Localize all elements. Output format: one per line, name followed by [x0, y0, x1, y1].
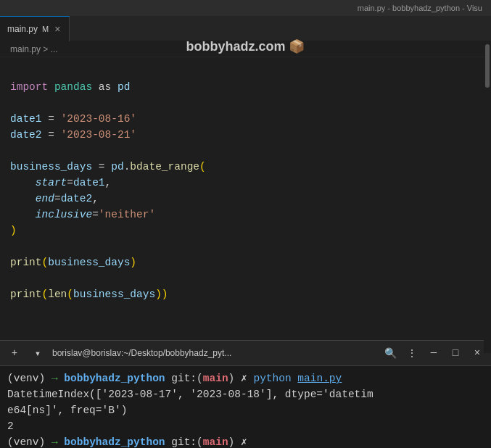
- plus-icon: +: [12, 347, 17, 359]
- t-arrow1: →: [51, 373, 64, 384]
- t-git1-close: ): [228, 373, 235, 384]
- code-line-inclusive: inclusive='neither': [10, 207, 491, 223]
- t-x2: ✗: [234, 436, 247, 448]
- tab-bar: main.py M ×: [0, 16, 491, 41]
- var-date1: date1: [10, 113, 42, 125]
- close-paren1: ): [10, 225, 17, 236]
- maximize-icon: □: [453, 347, 458, 359]
- comma1: ,: [105, 177, 112, 188]
- code-line-start: start=date1,: [10, 175, 491, 191]
- editor-tab[interactable]: main.py M ×: [0, 16, 70, 41]
- search-icon: 🔍: [384, 347, 397, 360]
- func-print1: print: [10, 257, 42, 268]
- arg-business-days2: business_days: [73, 289, 155, 300]
- param-start: start: [36, 177, 67, 188]
- func-bdate-range: bdate_range: [130, 161, 199, 173]
- t-arrow2: →: [51, 436, 64, 448]
- param-end: end: [36, 193, 54, 204]
- tab-close-button[interactable]: ×: [53, 23, 62, 35]
- t-file: main.py: [297, 373, 342, 384]
- t-branch1: main: [203, 373, 228, 384]
- str-date1: '2023-08-16': [61, 113, 136, 125]
- code-line-date2: date2 = '2023-08-21': [10, 127, 491, 143]
- paren-print2-open: (: [42, 289, 49, 300]
- op-eq1: =: [42, 113, 61, 125]
- t-prompt2: (venv): [7, 436, 51, 448]
- code-line-print1: print(business_days): [10, 254, 491, 270]
- code-line-1: [10, 63, 491, 79]
- t-cmd: python: [253, 373, 297, 384]
- tab-modified-indicator: M: [42, 25, 49, 33]
- str-date2: '2023-08-21': [61, 129, 136, 141]
- terminal-line-2: DatetimeIndex(['2023-08-17', '2023-08-18…: [7, 386, 484, 402]
- terminal-add-button[interactable]: +: [6, 344, 23, 362]
- terminal-title: borislav@borislav:~/Desktop/bobbyhadz_py…: [52, 348, 376, 358]
- dropdown-icon: ▾: [35, 347, 41, 360]
- close-icon: ×: [474, 347, 480, 359]
- code-line-print2: print(len(business_days)): [10, 286, 491, 302]
- val-date2: date2: [61, 193, 93, 204]
- code-line-end: end=date2,: [10, 191, 491, 207]
- editor-scrollbar[interactable]: [484, 41, 491, 353]
- title-bar: main.py - bobbyhadz_python - Visu: [0, 0, 491, 16]
- t-git2: git:(: [171, 436, 203, 448]
- terminal-more-button[interactable]: ⋮: [404, 345, 420, 361]
- terminal-line-3: e64[ns]', freq='B'): [7, 402, 484, 418]
- str-neither: 'neither': [99, 209, 155, 220]
- t-output-2: e64[ns]', freq='B'): [7, 405, 127, 416]
- terminal-line-5: (venv) → bobbyhadz_python git:(main) ✗: [7, 434, 484, 448]
- paren-len-open: (: [67, 289, 73, 300]
- t-dir1: bobbyhadz_python: [64, 373, 171, 384]
- code-line-12: [10, 238, 491, 254]
- t-branch2: main: [203, 436, 228, 448]
- terminal-line-1: (venv) → bobbyhadz_python git:(main) ✗ p…: [7, 370, 484, 386]
- code-line-6: [10, 143, 491, 159]
- breadcrumb: main.py > ...: [0, 41, 491, 57]
- t-x1: ✗: [234, 373, 253, 384]
- minimize-icon: ─: [431, 347, 437, 359]
- var-date2: date2: [10, 129, 42, 141]
- terminal-content: (venv) → bobbyhadz_python git:(main) ✗ p…: [0, 366, 491, 448]
- paren-print1-close: ): [130, 257, 136, 268]
- terminal-close-button[interactable]: ×: [469, 345, 485, 361]
- code-line-14: [10, 270, 491, 286]
- title-bar-text: main.py - bobbyhadz_python - Visu: [358, 4, 482, 12]
- breadcrumb-text: main.py > ...: [10, 44, 58, 54]
- terminal-line-4: 2: [7, 418, 484, 434]
- tab-filename: main.py: [7, 24, 38, 34]
- code-line-import: import pandas as pd: [10, 79, 491, 95]
- code-line-3: [10, 95, 491, 111]
- op-eq2: =: [42, 129, 61, 141]
- t-dir2: bobbyhadz_python: [64, 436, 171, 448]
- keyword-as: as: [99, 81, 111, 93]
- alias-pd: pd: [117, 81, 130, 93]
- terminal-search-button[interactable]: 🔍: [382, 345, 398, 361]
- op-eq5: =: [54, 193, 61, 204]
- val-date1: date1: [73, 177, 105, 188]
- paren-len-close: )): [155, 289, 168, 300]
- op-eq6: =: [92, 209, 99, 220]
- pd-ref: pd: [111, 161, 123, 173]
- op-eq4: =: [67, 177, 73, 188]
- func-print2: print: [10, 289, 42, 300]
- arg-business-days: business_days: [48, 257, 130, 268]
- t-output-1: DatetimeIndex(['2023-08-17', '2023-08-18…: [7, 389, 374, 400]
- func-len: len: [48, 289, 67, 300]
- terminal-panel: + ▾ borislav@borislav:~/Desktop/bobbyhad…: [0, 340, 491, 448]
- open-paren1: (: [199, 161, 206, 173]
- code-editor: import pandas as pd date1 = '2023-08-16'…: [0, 57, 491, 340]
- op-eq3: =: [92, 161, 111, 173]
- t-prompt1: (venv): [7, 373, 51, 384]
- t-git1: git:(: [171, 373, 203, 384]
- terminal-tab-bar: + ▾ borislav@borislav:~/Desktop/bobbyhad…: [0, 341, 491, 366]
- lib-pandas: pandas: [54, 81, 92, 93]
- var-business-days: business_days: [10, 161, 92, 173]
- terminal-minimize-button[interactable]: ─: [426, 345, 442, 361]
- terminal-maximize-button[interactable]: □: [447, 345, 463, 361]
- comma2: ,: [92, 193, 99, 204]
- param-inclusive: inclusive: [36, 209, 92, 220]
- terminal-dropdown-button[interactable]: ▾: [29, 344, 46, 362]
- more-icon: ⋮: [407, 347, 417, 360]
- scrollbar-thumb[interactable]: [485, 44, 490, 88]
- code-line-closeparen: ): [10, 223, 491, 238]
